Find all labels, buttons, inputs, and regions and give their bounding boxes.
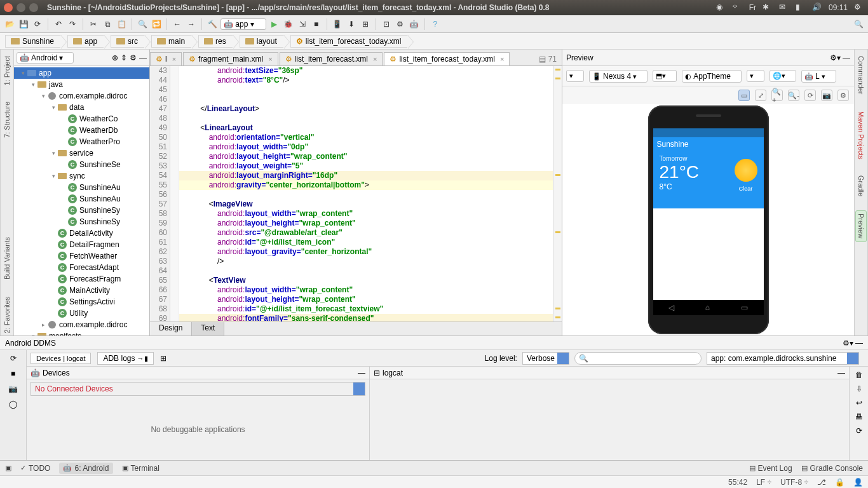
device-selector-combo[interactable]: No Connected Devices <box>31 382 365 396</box>
activity-selector[interactable]: ▾ <box>747 70 764 82</box>
tab-adb-logs[interactable]: ADB logs →▮ <box>97 352 153 365</box>
mail-icon[interactable]: ✉ <box>779 3 789 13</box>
debug-icon[interactable]: 🐞 <box>283 18 294 30</box>
close-tab-icon[interactable]: × <box>373 55 377 63</box>
save-icon[interactable]: 💾 <box>18 18 29 30</box>
editor-tab[interactable]: ⚙list_item_forecast.xml× <box>280 52 383 65</box>
crumb-res[interactable]: res <box>198 35 233 48</box>
viewport-icon[interactable]: ▭ <box>738 90 750 101</box>
logcat-search-input[interactable]: 🔍 <box>574 352 702 365</box>
sync-icon[interactable]: ⟳ <box>32 18 43 30</box>
ddms-stop-icon[interactable]: ■ <box>11 369 15 378</box>
api-selector[interactable]: 🤖 L ▾ <box>801 70 836 83</box>
crumb-project[interactable]: Sunshine <box>5 35 61 48</box>
window-maximize-button[interactable] <box>29 3 38 12</box>
locate-icon[interactable]: ⊕ <box>112 53 118 62</box>
tree-item[interactable]: ▾java <box>14 79 149 90</box>
tree-item[interactable]: ▾service <box>14 147 149 159</box>
make-icon[interactable]: 🔨 <box>207 18 218 30</box>
tree-item[interactable]: CForecastFragm <box>14 273 149 285</box>
tree-item[interactable]: CSunshineSy <box>14 216 149 227</box>
tab-terminal[interactable]: ▣ Terminal <box>122 464 159 473</box>
wifi-icon[interactable]: ⌔ <box>733 3 743 13</box>
tree-item[interactable]: CMainActivity <box>14 285 149 296</box>
tree-item[interactable]: CWeatherDb <box>14 125 149 136</box>
wrap-icon[interactable]: ↩ <box>856 398 862 407</box>
project-tree[interactable]: ▾app▾java▾com.example.didroc▾dataCWeathe… <box>14 66 149 336</box>
filter-app-selector[interactable]: app: com.example.didrocks.sunshine <box>707 352 859 365</box>
copy-icon[interactable]: ⧉ <box>102 18 113 30</box>
file-encoding[interactable]: UTF-8 ÷ <box>780 478 808 487</box>
tool-tab-favorites[interactable]: 2: Favorites <box>2 294 12 336</box>
tree-item[interactable]: CForecastAdapt <box>14 262 149 273</box>
scroll-end-icon[interactable]: ⇩ <box>856 384 862 393</box>
git-icon[interactable]: ⎇ <box>817 478 826 487</box>
forward-icon[interactable]: → <box>186 18 197 30</box>
run-config-selector[interactable]: 🤖 app ▾ <box>220 18 266 30</box>
error-stripe[interactable] <box>553 66 562 322</box>
fold-gutter[interactable] <box>170 66 179 322</box>
help-icon[interactable]: ? <box>430 18 441 30</box>
editor-tab[interactable]: ⚙l× <box>150 52 182 65</box>
tree-item[interactable]: ▾data <box>14 102 149 113</box>
ddms-icon[interactable]: ⊞ <box>360 18 371 30</box>
print-icon[interactable]: 🖶 <box>855 412 863 421</box>
close-tab-icon[interactable]: × <box>172 55 176 63</box>
tab-event-log[interactable]: ▤ Event Log <box>749 464 792 473</box>
tool-tab-build-variants[interactable]: Build Variants <box>2 234 12 282</box>
run-icon[interactable]: ▶ <box>269 18 280 30</box>
clear-log-icon[interactable]: 🗑 <box>855 370 863 379</box>
keyboard-lang[interactable]: Fr <box>749 3 756 12</box>
settings-icon[interactable]: ⚙ <box>130 53 137 62</box>
device-selector[interactable]: 📱 Nexus 4 ▾ <box>589 70 648 83</box>
clock-time[interactable]: 09:11 <box>829 3 848 12</box>
tree-item[interactable]: CDetailFragmen <box>14 239 149 250</box>
tab-text[interactable]: Text <box>192 322 224 336</box>
redo-icon[interactable]: ↷ <box>67 18 78 30</box>
line-ending[interactable]: LF ÷ <box>756 478 771 487</box>
editor-tab[interactable]: ⚙list_item_forecast_today.xml× <box>384 52 510 65</box>
zoom-fit-icon[interactable]: ⤢ <box>755 90 766 101</box>
search-everywhere-icon[interactable]: 🔍 <box>853 18 864 30</box>
project-view-selector[interactable]: 🤖 Android ▾ <box>17 52 74 64</box>
devices-min-icon[interactable]: — <box>358 369 365 377</box>
tree-item[interactable]: CSunshineSe <box>14 159 149 170</box>
orientation-selector[interactable]: ⬒▾ <box>653 70 677 82</box>
volume-icon[interactable]: 🔊 <box>812 3 822 13</box>
editor-tab[interactable]: ⚙fragment_main.xml× <box>183 52 278 65</box>
crumb-layout[interactable]: layout <box>240 35 284 48</box>
locale-selector[interactable]: 🌐▾ <box>770 70 796 82</box>
preview-hide-icon[interactable]: — <box>843 53 850 62</box>
ddms-dump-icon[interactable]: ◯ <box>9 400 17 409</box>
zoom-in-icon[interactable]: 🔍+ <box>771 90 783 101</box>
close-tab-icon[interactable]: × <box>268 55 272 63</box>
tree-item[interactable]: CSettingsActivi <box>14 296 149 308</box>
ddms-camera-icon[interactable]: 📷 <box>8 384 18 393</box>
zoom-out-icon[interactable]: 🔍- <box>788 90 799 101</box>
crumb-file[interactable]: ⚙list_item_forecast_today.xml <box>290 35 409 48</box>
ddms-settings-icon[interactable]: ⚙▾ <box>843 339 853 348</box>
sdk-icon[interactable]: ⬇ <box>346 18 357 30</box>
tree-item[interactable]: CDetailActivity <box>14 227 149 239</box>
cut-icon[interactable]: ✂ <box>88 18 99 30</box>
tab-android[interactable]: 🤖 6: Android <box>59 463 112 474</box>
tool-tab-gradle[interactable]: Gradle <box>856 173 866 199</box>
stop-icon[interactable]: ■ <box>311 18 322 30</box>
ddms-hide-icon[interactable]: — <box>855 339 863 348</box>
tree-item[interactable]: CSunshineSy <box>14 205 149 216</box>
hide-icon[interactable]: — <box>139 53 147 62</box>
tree-item[interactable]: ▾manifests <box>14 330 149 336</box>
tool-tab-preview[interactable]: Preview <box>855 210 867 241</box>
refresh-icon[interactable]: ⟳ <box>804 90 816 101</box>
android-icon[interactable]: 🤖 <box>409 18 420 30</box>
tree-item[interactable]: CSunshineAu <box>14 193 149 205</box>
crumb-main[interactable]: main <box>151 35 192 48</box>
logcat-min-icon[interactable]: — <box>837 369 845 377</box>
tree-item[interactable]: ▾sync <box>14 170 149 182</box>
paste-icon[interactable]: 📋 <box>116 18 127 30</box>
tree-item[interactable]: ▾com.example.didroc <box>14 90 149 102</box>
tool-tab-maven[interactable]: Maven Projects <box>856 109 866 162</box>
struct-icon[interactable]: ⊡ <box>381 18 392 30</box>
back-icon[interactable]: ← <box>172 18 183 30</box>
open-icon[interactable]: 📂 <box>4 18 15 30</box>
